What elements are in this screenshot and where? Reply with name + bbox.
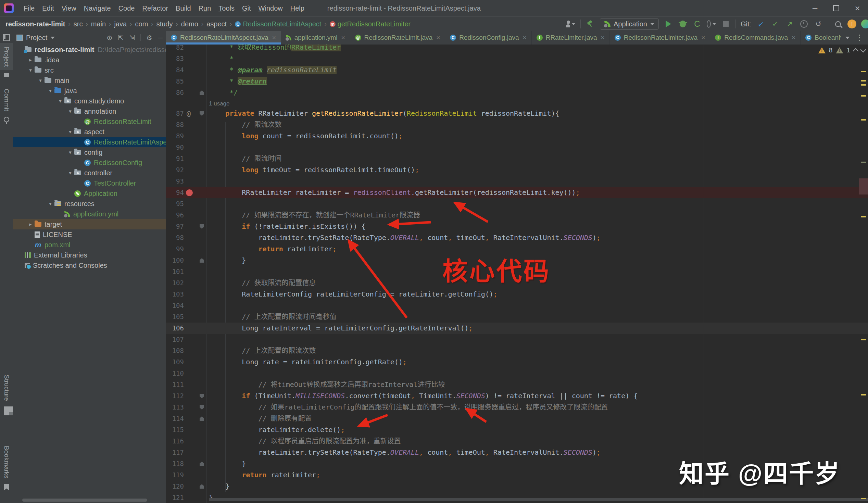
tab-close-icon[interactable]: ×: [272, 34, 276, 41]
build-button[interactable]: [586, 19, 595, 29]
problems-widget[interactable]: 8 1: [818, 47, 865, 54]
stripe-warning-mark[interactable]: [861, 95, 866, 96]
next-problem-button[interactable]: [860, 47, 866, 53]
tab-close-icon[interactable]: ×: [341, 34, 345, 41]
fold-marker-icon[interactable]: [200, 394, 204, 398]
tab-close-icon[interactable]: ×: [523, 34, 527, 41]
fold-marker-icon[interactable]: [200, 405, 204, 410]
tree-chevron-icon[interactable]: ▾: [56, 98, 64, 104]
editor-tab-booleann[interactable]: CBooleanN: [800, 31, 840, 44]
profiler-button[interactable]: [707, 19, 716, 29]
breadcrumb-item-java[interactable]: java: [114, 20, 127, 28]
tab-close-icon[interactable]: ×: [601, 34, 605, 41]
stripe-warning-mark[interactable]: [861, 71, 866, 72]
line-number[interactable]: 114: [166, 413, 184, 424]
line-number[interactable]: 99: [166, 244, 184, 255]
line-number[interactable]: 121: [166, 492, 184, 503]
stop-button[interactable]: [721, 19, 731, 29]
line-number[interactable]: 98: [166, 232, 184, 244]
previous-problem-button[interactable]: [853, 48, 859, 54]
tree-row-target[interactable]: ▸target: [13, 219, 166, 229]
menu-item-file[interactable]: File: [20, 3, 38, 14]
tree-chevron-icon[interactable]: ▸: [27, 57, 34, 63]
expand-all-button[interactable]: ⇱: [118, 33, 124, 42]
line-number[interactable]: 82: [166, 44, 184, 53]
editor-tab-redissonratelimit-java[interactable]: @RedissonRateLimit.java×: [350, 31, 445, 44]
tree-chevron-icon[interactable]: ▾: [36, 78, 44, 84]
line-number[interactable]: 85: [166, 76, 184, 87]
tree-row-main[interactable]: ▾main: [13, 75, 166, 85]
chevron-down-icon[interactable]: [51, 37, 55, 39]
editor-tab-redissonratelimiter-java[interactable]: CRedissonRateLimiter.java×: [610, 31, 711, 44]
editor-tab-rratelimiter-java[interactable]: IRRateLimiter.java×: [532, 31, 610, 44]
tree-row-application[interactable]: Application: [13, 188, 166, 198]
ide-update-button[interactable]: ↑: [847, 20, 856, 28]
code-with-me-icon[interactable]: [861, 20, 868, 28]
stripe-tab-commit[interactable]: Commit: [0, 85, 13, 114]
tree-chevron-icon[interactable]: ▾: [46, 201, 54, 207]
line-number[interactable]: 97: [166, 221, 184, 232]
tab-close-icon[interactable]: ×: [436, 34, 440, 41]
line-number[interactable]: 83: [166, 53, 184, 64]
git-commit-button[interactable]: ✓: [771, 19, 780, 29]
line-number[interactable]: 84: [166, 64, 184, 76]
run-coverage-button[interactable]: C: [692, 19, 702, 29]
line-number[interactable]: 92: [166, 164, 184, 176]
run-configuration-select[interactable]: Application: [600, 18, 659, 30]
menu-item-code[interactable]: Code: [115, 3, 139, 14]
line-number[interactable]: 116: [166, 435, 184, 447]
line-number[interactable]: 93: [166, 176, 184, 187]
menu-item-edit[interactable]: Edit: [38, 3, 58, 14]
fold-marker-icon[interactable]: [200, 417, 204, 421]
line-number[interactable]: 90: [166, 142, 184, 153]
menu-item-git[interactable]: Git: [238, 3, 255, 14]
menu-item-navigate[interactable]: Navigate: [80, 3, 115, 14]
line-number[interactable]: 87: [166, 108, 184, 119]
stripe-tab-structure[interactable]: Structure: [0, 371, 13, 404]
breadcrumb-item-study[interactable]: study: [156, 20, 173, 28]
tabs-list-button[interactable]: [845, 37, 849, 39]
line-number[interactable]: 111: [166, 379, 184, 390]
tree-chevron-icon[interactable]: ▾: [66, 108, 74, 114]
line-number[interactable]: 100: [166, 255, 184, 266]
fold-marker-icon[interactable]: [200, 462, 204, 466]
editor-horizontal-scrollbar[interactable]: [209, 498, 868, 501]
project-panel-horizontal-scrollbar[interactable]: [22, 499, 147, 502]
line-number[interactable]: 88: [166, 119, 184, 131]
usages-inlay-hint[interactable]: 1 usage: [166, 98, 868, 108]
tab-close-icon[interactable]: ×: [792, 34, 795, 41]
breadcrumb-item-demo[interactable]: demo: [181, 20, 198, 28]
tree-row-scratches-and-consoles[interactable]: Scratches and Consoles: [13, 260, 166, 270]
line-number[interactable]: 95: [166, 198, 184, 209]
line-number[interactable]: 107: [166, 334, 184, 345]
line-number[interactable]: 104: [166, 300, 184, 311]
stripe-warning-mark[interactable]: [861, 394, 866, 396]
breadcrumb-item-src[interactable]: src: [74, 20, 83, 28]
line-number[interactable]: 113: [166, 402, 184, 413]
line-number[interactable]: 94: [166, 187, 184, 198]
tree-row-aspect[interactable]: ▾aspect: [13, 127, 166, 137]
stripe-warning-mark[interactable]: [861, 84, 866, 85]
line-number[interactable]: 110: [166, 368, 184, 379]
line-number[interactable]: 101: [166, 266, 184, 277]
tree-chevron-icon[interactable]: ▾: [66, 129, 74, 135]
search-everywhere-button[interactable]: [833, 19, 843, 29]
close-button[interactable]: ×: [847, 0, 868, 17]
git-push-button[interactable]: ↗: [785, 19, 794, 29]
tree-row-application-yml[interactable]: application.yml: [13, 209, 166, 219]
line-number[interactable]: 115: [166, 424, 184, 435]
breadcrumb-item-redissonratelimitaspect[interactable]: CRedissonRateLimitAspect: [235, 20, 321, 28]
editor-tab-redissonconfig-java[interactable]: CRedissonConfig.java×: [445, 31, 531, 44]
line-number[interactable]: 118: [166, 458, 184, 470]
breadcrumb-item-main[interactable]: main: [91, 20, 106, 28]
tree-row-annotation[interactable]: ▾annotation: [13, 106, 166, 116]
breadcrumb-item-getredissonratelimiter[interactable]: mgetRedissonRateLimiter: [330, 20, 411, 28]
editor-tab-redissonratelimitaspect-java[interactable]: CRedissonRateLimitAspect.java×: [166, 31, 281, 44]
tree-row-redissonratelimitaspect[interactable]: CRedissonRateLimitAspect: [13, 137, 166, 147]
tree-row-java[interactable]: ▾java: [13, 85, 166, 96]
fold-marker-icon[interactable]: [200, 111, 204, 116]
hide-panel-button[interactable]: ─: [158, 34, 163, 42]
tree-chevron-icon[interactable]: ▾: [66, 149, 74, 155]
tree-row-src[interactable]: ▾src: [13, 65, 166, 75]
tree-row-pom-xml[interactable]: mpom.xml: [13, 240, 166, 250]
